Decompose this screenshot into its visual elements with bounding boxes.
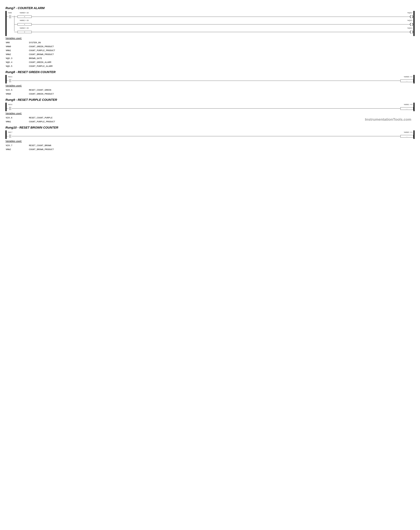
rung9-row: %I0.6 %MW1 := 0 ... (7, 103, 413, 111)
coil-icon (410, 30, 413, 33)
m0-label: %M0 (8, 12, 12, 14)
contact-icon (9, 107, 12, 110)
var-row: %MW1COUNT_PURPLE_PRODUCT (6, 120, 55, 124)
rung9-vars: %I0.6RESET_COUNT_PURPLE %MW1COUNT_PURPLE… (5, 116, 56, 124)
var-row: %I0.6RESET_COUNT_PURPLE (6, 116, 55, 120)
contact-icon (9, 79, 12, 82)
contact-m0-icon (9, 15, 12, 18)
var-row: %I0.7RESET_COUNT_BROWN (6, 144, 54, 147)
in-label: %I0.7 (8, 131, 12, 133)
var-row: %M0SYSTEM_ON (6, 41, 55, 44)
coil-icon (410, 15, 413, 18)
var-row: %Q0.3BROWN_GATE (6, 57, 55, 60)
var-row: %MW2COUNT_BROWN_PRODUCT (6, 148, 54, 151)
rung10-title: Rung10 - RESET BROWN COUNTER (5, 126, 415, 129)
rung9-ladder: %I0.6 %MW1 := 0 ... (5, 103, 415, 111)
rung10-vars: %I0.7RESET_COUNT_BROWN %MW2COUNT_BROWN_P… (5, 144, 54, 152)
vars-title: Variables used: (5, 37, 415, 40)
var-row: %Q0.4COUNT_GREEN_ALARM (6, 60, 55, 64)
vars-title: Variables used: (5, 84, 415, 87)
compare-block-icon: < (17, 31, 32, 33)
cond3-label: %MW2 = 20 (20, 27, 29, 29)
var-row: %MW1COUNT_PURPLE_PRODUCT (6, 49, 55, 52)
rung7-ladder: %M0 %MW0 = 20 %Q0.4 < %MW1 = 20 %Q0.5 < … (5, 11, 415, 36)
branch-link-icon (14, 16, 14, 31)
vars-title: Variables used: (5, 112, 415, 115)
out-label: %MW2 := 0 (404, 131, 412, 133)
operate-block-icon: ... (400, 107, 413, 110)
rung10-ladder: %I0.7 %MW2 := 0 ... (5, 130, 415, 139)
rung10-row: %I0.7 %MW2 := 0 ... (7, 131, 413, 139)
operate-block-icon: ... (400, 135, 413, 138)
coil-icon (410, 23, 413, 26)
rung8-vars: %I0.5RESET_COUNT_GREEN %MW0COUNT_GREEN_P… (5, 88, 54, 96)
out3-label: %Q0.3 (407, 27, 412, 29)
cond2-label: %MW1 = 20 (20, 19, 29, 21)
cond1-label: %MW0 = 20 (20, 12, 29, 14)
rung8-row: %I0.5 %MW0 := 0 ... (7, 76, 413, 83)
operate-block-icon: ... (400, 79, 413, 82)
watermark-text: InstrumentationTools.com (365, 117, 411, 121)
rung9-title: Rung9 - RESET PURPLE COUNTER (5, 98, 415, 102)
rung7-vars: %M0SYSTEM_ON %MW0COUNT_GREEN_PRODUCT %MW… (5, 41, 56, 68)
var-row: %MW2COUNT_BROWN_PRODUCT (6, 53, 55, 56)
contact-icon (9, 134, 12, 138)
var-row: %MW0COUNT_GREEN_PRODUCT (6, 45, 55, 48)
in-label: %I0.6 (8, 103, 12, 105)
out-label: %MW0 := 0 (404, 76, 412, 78)
rung7-title: Rung7 - COUNTER ALARM (5, 6, 415, 10)
var-row: %Q0.5COUNT_PURPLE_ALARM (6, 64, 55, 68)
compare-block-icon: < (17, 15, 32, 18)
in-label: %I0.5 (8, 76, 12, 78)
vars-title: Variables used: (5, 140, 415, 143)
var-row: %I0.5RESET_COUNT_GREEN (6, 88, 54, 92)
out2-label: %Q0.5 (407, 19, 412, 21)
rung8-title: Rung8 - RESET GREEN COUNTER (5, 70, 415, 74)
out-label: %MW1 := 0 (404, 103, 412, 105)
out1-label: %Q0.4 (407, 12, 412, 14)
compare-block-icon: < (17, 23, 32, 26)
rung8-ladder: %I0.5 %MW0 := 0 ... (5, 75, 415, 83)
rung7-row1: %M0 %MW0 = 20 %Q0.4 < (7, 12, 413, 19)
var-row: %MW0COUNT_GREEN_PRODUCT (6, 92, 54, 96)
rung7-row2: %MW1 = 20 %Q0.5 < (7, 19, 413, 27)
rung7-row3: %MW2 = 20 %Q0.3 < (7, 27, 413, 35)
